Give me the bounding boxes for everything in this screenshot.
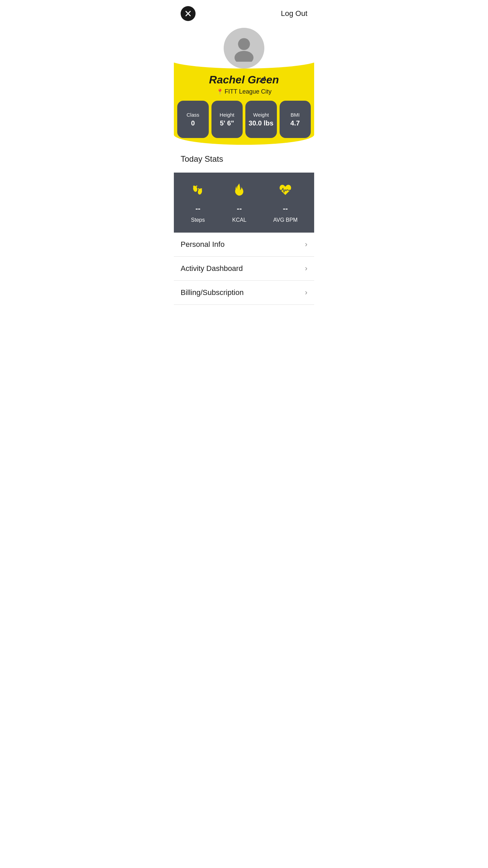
flame-icon bbox=[232, 182, 247, 200]
kcal-value: -- bbox=[237, 204, 242, 213]
steps-label: Steps bbox=[191, 217, 205, 223]
stat-label-class: Class bbox=[186, 112, 199, 118]
stat-value-height: 5' 6" bbox=[220, 119, 234, 127]
heart-monitor-icon bbox=[278, 182, 293, 197]
stat-card-class[interactable]: Class 0 bbox=[177, 101, 209, 138]
activity-item-steps: -- Steps bbox=[190, 182, 205, 223]
chevron-right-icon-billing: › bbox=[305, 288, 307, 297]
menu-item-personal-info[interactable]: Personal Info › bbox=[174, 233, 314, 257]
stat-value-weight: 30.0 lbs bbox=[249, 119, 273, 127]
kcal-label: KCAL bbox=[232, 217, 246, 223]
fire-icon bbox=[232, 182, 247, 197]
profile-section: Rachel Green 📍 FITT League City Class 0 … bbox=[174, 24, 314, 145]
menu-label-billing: Billing/Subscription bbox=[181, 288, 244, 297]
location-pin-icon: 📍 bbox=[217, 88, 223, 95]
stat-label-height: Height bbox=[220, 112, 234, 118]
stat-value-class: 0 bbox=[191, 119, 195, 127]
stat-card-weight[interactable]: Weight 30.0 lbs bbox=[245, 101, 277, 138]
stat-label-weight: Weight bbox=[253, 112, 269, 118]
activity-item-bpm: -- AVG BPM bbox=[273, 182, 298, 223]
stat-card-bmi[interactable]: BMI 4.7 bbox=[280, 101, 311, 138]
stat-label-bmi: BMI bbox=[290, 112, 300, 118]
stat-value-bmi: 4.7 bbox=[290, 119, 300, 127]
avatar bbox=[224, 28, 264, 68]
svg-point-0 bbox=[238, 38, 250, 50]
stats-cards: Class 0 Height 5' 6" Weight 30.0 lbs BMI… bbox=[174, 101, 314, 138]
stat-card-height[interactable]: Height 5' 6" bbox=[211, 101, 243, 138]
menu-label-personal-info: Personal Info bbox=[181, 240, 225, 249]
steps-value: -- bbox=[196, 204, 201, 213]
edit-icon bbox=[259, 75, 267, 83]
logout-button[interactable]: Log Out bbox=[281, 9, 307, 18]
menu-item-billing[interactable]: Billing/Subscription › bbox=[174, 281, 314, 305]
heart-rate-icon bbox=[278, 182, 293, 200]
menu-label-activity-dashboard: Activity Dashboard bbox=[181, 264, 243, 273]
svg-point-1 bbox=[235, 51, 253, 62]
activity-item-kcal: -- KCAL bbox=[232, 182, 247, 223]
activity-bar: -- Steps -- KCAL -- AVG BPM bbox=[174, 173, 314, 233]
today-stats-title: Today Stats bbox=[181, 154, 223, 163]
today-stats-section: Today Stats bbox=[174, 145, 314, 167]
close-icon bbox=[184, 10, 192, 17]
chevron-right-icon-personal: › bbox=[305, 240, 307, 249]
bpm-label: AVG BPM bbox=[273, 217, 298, 223]
chevron-right-icon-activity: › bbox=[305, 264, 307, 273]
steps-icon bbox=[190, 182, 205, 200]
edit-icon-container[interactable] bbox=[259, 75, 267, 85]
location-text: FITT League City bbox=[225, 88, 272, 95]
close-button[interactable] bbox=[181, 6, 196, 21]
user-location: 📍 FITT League City bbox=[217, 88, 272, 95]
header: Log Out bbox=[174, 0, 314, 24]
avatar-icon bbox=[230, 35, 258, 62]
bpm-value: -- bbox=[283, 204, 288, 213]
menu-list: Personal Info › Activity Dashboard › Bil… bbox=[174, 233, 314, 305]
menu-item-activity-dashboard[interactable]: Activity Dashboard › bbox=[174, 257, 314, 281]
footsteps-icon bbox=[190, 182, 205, 197]
avatar-container bbox=[224, 28, 264, 68]
user-name: Rachel Green bbox=[209, 74, 279, 86]
